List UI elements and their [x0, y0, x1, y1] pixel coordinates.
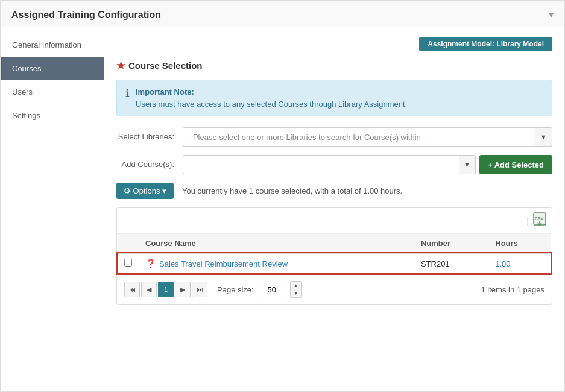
pagination-controls: ⏮ ◀ 1 ▶ ⏭	[124, 282, 207, 297]
assignment-model-badge: Assignment Model: Library Model	[419, 37, 552, 51]
col-checkbox	[118, 234, 139, 253]
sidebar-item-general-information[interactable]: General Information	[1, 33, 104, 57]
course-help-icon: ❓	[145, 259, 156, 268]
summary-text: You currently have 1 course selected, wi…	[182, 186, 402, 195]
table-row: ❓ Sales Travel Reimbursement Review STR2…	[118, 253, 551, 274]
info-box: ℹ Important Note: Users must have access…	[116, 80, 552, 116]
add-courses-row: Add Course(s): ▼ + Add Selected	[116, 155, 552, 174]
info-icon: ℹ	[125, 87, 130, 100]
sidebar-item-settings[interactable]: Settings	[1, 104, 104, 127]
course-name-text: Sales Travel Reimbursement Review	[159, 259, 288, 268]
section-title: ★ Course Selection	[116, 60, 552, 71]
add-courses-label: Add Course(s):	[116, 159, 183, 170]
pagination-bar: ⏮ ◀ 1 ▶ ⏭ Page size: ▲ ▼	[117, 274, 552, 304]
pagination-info: 1 items in 1 pages	[481, 285, 544, 294]
page-size-down-btn[interactable]: ▼	[291, 289, 301, 297]
required-star: ★	[116, 60, 125, 71]
courses-select[interactable]	[183, 155, 459, 174]
page-header: Assigned Training Configuration ▾	[1, 1, 564, 27]
row-hours: 1.00	[489, 253, 551, 274]
svg-text:CSV: CSV	[535, 217, 544, 221]
page-size-input[interactable]	[259, 282, 285, 297]
prev-page-btn[interactable]: ◀	[141, 282, 157, 297]
table-header: Course Name Number Hours	[118, 234, 551, 253]
add-selected-button[interactable]: + Add Selected	[479, 155, 552, 174]
select-libraries-control: - Please select one or more Libraries to…	[183, 127, 552, 147]
col-hours: Hours	[489, 234, 551, 253]
info-box-message: Users must have access to any selected C…	[136, 100, 407, 109]
options-bar: ⚙ Options ▾ You currently have 1 course …	[116, 183, 552, 199]
csv-export-icon[interactable]: CSV	[532, 212, 547, 230]
col-course-name: Course Name	[139, 234, 415, 253]
page-size-label: Page size:	[217, 285, 254, 294]
pagination-controls-left: ⏮ ◀ 1 ▶ ⏭ Page size: ▲ ▼	[124, 281, 302, 298]
libraries-dropdown-btn[interactable]: ▼	[535, 127, 552, 147]
last-page-btn[interactable]: ⏭	[192, 282, 207, 297]
table-body: ❓ Sales Travel Reimbursement Review STR2…	[118, 253, 551, 274]
page-size-stepper: ▲ ▼	[290, 281, 302, 298]
row-number: STR201	[415, 253, 489, 274]
first-page-btn[interactable]: ⏮	[124, 282, 140, 297]
col-number: Number	[415, 234, 489, 253]
select-libraries-row: Select Libraries: - Please select one or…	[116, 127, 552, 147]
table-toolbar: | CSV	[117, 208, 552, 234]
main-content: Assignment Model: Library Model ★ Course…	[104, 27, 564, 391]
sidebar-item-courses[interactable]: Courses	[1, 57, 104, 80]
section-title-text: Course Selection	[128, 60, 203, 71]
courses-table: Course Name Number Hours ❓	[117, 234, 552, 274]
table-container: | CSV	[116, 207, 552, 305]
info-box-content: Important Note: Users must have access t…	[136, 86, 407, 110]
info-box-title: Important Note:	[136, 87, 194, 96]
row-checkbox-cell	[118, 253, 139, 274]
page-size-wrap: Page size: ▲ ▼	[217, 281, 302, 298]
sidebar-item-users[interactable]: Users	[1, 80, 104, 104]
row-checkbox[interactable]	[124, 259, 132, 267]
libraries-select[interactable]: - Please select one or more Libraries to…	[183, 127, 535, 147]
page-title: Assigned Training Configuration	[11, 10, 161, 21]
libraries-select-wrap: - Please select one or more Libraries to…	[183, 127, 552, 147]
course-name-link[interactable]: ❓ Sales Travel Reimbursement Review	[145, 259, 409, 268]
header-row: Course Name Number Hours	[118, 234, 551, 253]
page-size-up-btn[interactable]: ▲	[291, 282, 301, 289]
content-area: General InformationCoursesUsersSettings …	[1, 27, 564, 391]
assignment-model-bar: Assignment Model: Library Model	[116, 37, 552, 51]
add-courses-control: ▼ + Add Selected	[183, 155, 552, 174]
current-page-btn[interactable]: 1	[158, 282, 174, 297]
sidebar: General InformationCoursesUsersSettings	[1, 27, 104, 391]
courses-dropdown-btn[interactable]: ▼	[459, 155, 476, 174]
toolbar-divider: |	[526, 216, 529, 226]
row-course-name: ❓ Sales Travel Reimbursement Review	[139, 253, 415, 274]
collapse-icon[interactable]: ▾	[549, 9, 554, 21]
select-libraries-label: Select Libraries:	[116, 131, 183, 142]
next-page-btn[interactable]: ▶	[175, 282, 191, 297]
courses-select-wrap: ▼	[183, 155, 476, 174]
hours-value: 1.00	[495, 259, 510, 268]
options-button[interactable]: ⚙ Options ▾	[116, 183, 174, 199]
